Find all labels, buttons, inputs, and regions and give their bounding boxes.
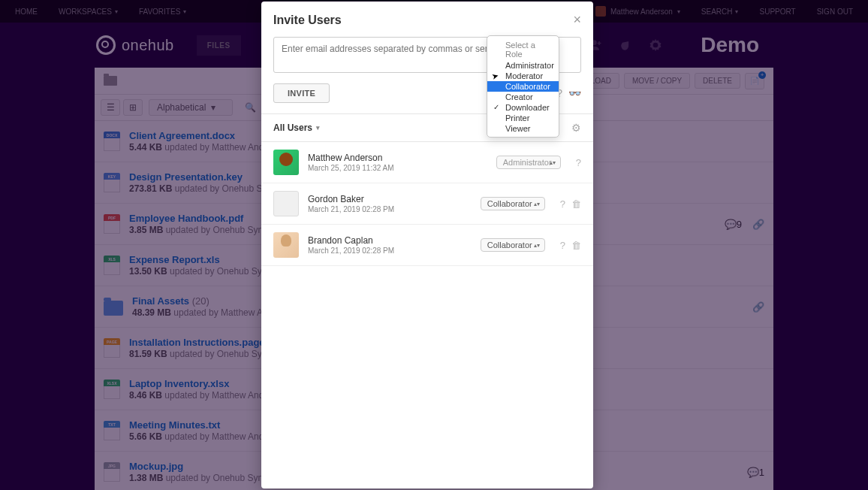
user-settings-icon[interactable]: ⚙ — [571, 122, 581, 134]
user-name: Matthew Anderson — [308, 153, 487, 163]
avatar — [273, 191, 299, 216]
avatar — [273, 232, 299, 258]
help-icon[interactable]: ? — [560, 198, 565, 210]
dropdown-item[interactable]: Administrator — [487, 60, 559, 71]
user-date: March 25, 2019 11:32 AM — [308, 164, 487, 172]
close-icon[interactable]: × — [573, 12, 581, 28]
sort-arrows-icon: ▴▾ — [550, 161, 556, 165]
dropdown-item[interactable]: ✓Downloader — [487, 102, 559, 113]
modal-title: Invite Users — [273, 14, 342, 27]
mask-icon[interactable]: 👓 — [568, 87, 581, 99]
role-dropdown: Select a Role AdministratorModeratorColl… — [487, 35, 559, 138]
check-icon: ✓ — [493, 103, 499, 111]
avatar — [273, 150, 299, 175]
trash-icon[interactable]: 🗑 — [571, 240, 581, 251]
help-icon[interactable]: ? — [560, 240, 565, 251]
user-row: Matthew Anderson March 25, 2019 11:32 AM… — [261, 142, 593, 183]
users-filter-select[interactable]: All Users ▾ — [273, 122, 320, 133]
user-row: Brandon Caplan March 21, 2019 02:28 PM C… — [261, 225, 593, 266]
dropdown-header: Select a Role — [487, 39, 559, 60]
user-name: Brandon Caplan — [308, 235, 472, 246]
sort-arrows-icon: ▴▾ — [534, 202, 540, 206]
user-date: March 21, 2019 02:28 PM — [308, 205, 472, 213]
invite-button[interactable]: INVITE — [273, 83, 330, 103]
role-select[interactable]: Collaborator▴▾ — [481, 197, 545, 210]
modal-header: Invite Users × — [261, 2, 593, 37]
user-name: Gordon Baker — [308, 194, 472, 204]
user-list: Matthew Anderson March 25, 2019 11:32 AM… — [261, 142, 593, 266]
role-select[interactable]: Administrator▴▾ — [496, 156, 561, 169]
role-select[interactable]: Collaborator▴▾ — [481, 238, 545, 252]
sort-arrows-icon: ▴▾ — [534, 243, 540, 247]
caret-down-icon: ▾ — [316, 124, 320, 132]
user-row: Gordon Baker March 21, 2019 02:28 PM Col… — [261, 183, 593, 225]
trash-icon[interactable]: 🗑 — [571, 198, 581, 210]
help-icon[interactable]: ? — [576, 157, 581, 168]
user-date: March 21, 2019 02:28 PM — [308, 247, 472, 255]
dropdown-item[interactable]: Printer — [487, 113, 559, 123]
dropdown-item[interactable]: Collaborator — [487, 81, 559, 92]
dropdown-item[interactable]: Creator — [487, 92, 559, 102]
dropdown-item[interactable]: Viewer — [487, 123, 559, 134]
